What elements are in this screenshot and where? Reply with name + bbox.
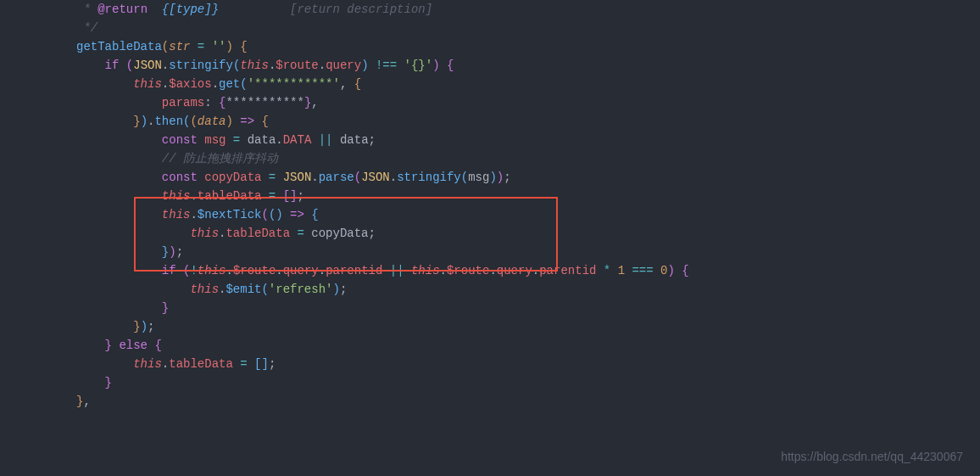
code-line: this.tableData = []; — [76, 187, 980, 205]
code-line: */ — [76, 19, 980, 37]
code-line: } — [76, 373, 980, 392]
code-line: this.tableData = []; — [76, 355, 980, 373]
code-line: } else { — [76, 336, 980, 355]
code-line: params: {***********}, — [76, 93, 980, 112]
code-line: }, — [76, 392, 980, 411]
code-line: const msg = data.DATA || data; — [76, 131, 980, 149]
code-line: * @return {[type]} [return description] — [76, 0, 980, 19]
code-line: }).then((data) => { — [76, 112, 980, 131]
code-line: getTableData(str = '') { — [76, 37, 980, 56]
code-line: // 防止拖拽排序抖动 — [76, 149, 980, 168]
code-line: this.tableData = copyData; — [76, 224, 980, 243]
code-line: }); — [76, 243, 980, 261]
code-line: }); — [76, 317, 980, 336]
code-line: if (JSON.stringify(this.$route.query) !=… — [76, 56, 980, 75]
code-line: this.$emit('refresh'); — [76, 280, 980, 299]
code-line: const copyData = JSON.parse(JSON.stringi… — [76, 168, 980, 187]
code-line: if (!this.$route.query.parentid || this.… — [76, 261, 980, 280]
code-line: } — [76, 299, 980, 317]
code-line: this.$nextTick(() => { — [76, 205, 980, 224]
code-editor[interactable]: * @return {[type]} [return description] … — [0, 0, 980, 411]
watermark: https://blog.csdn.net/qq_44230067 — [781, 447, 963, 466]
code-line: this.$axios.get('***********', { — [76, 75, 980, 93]
